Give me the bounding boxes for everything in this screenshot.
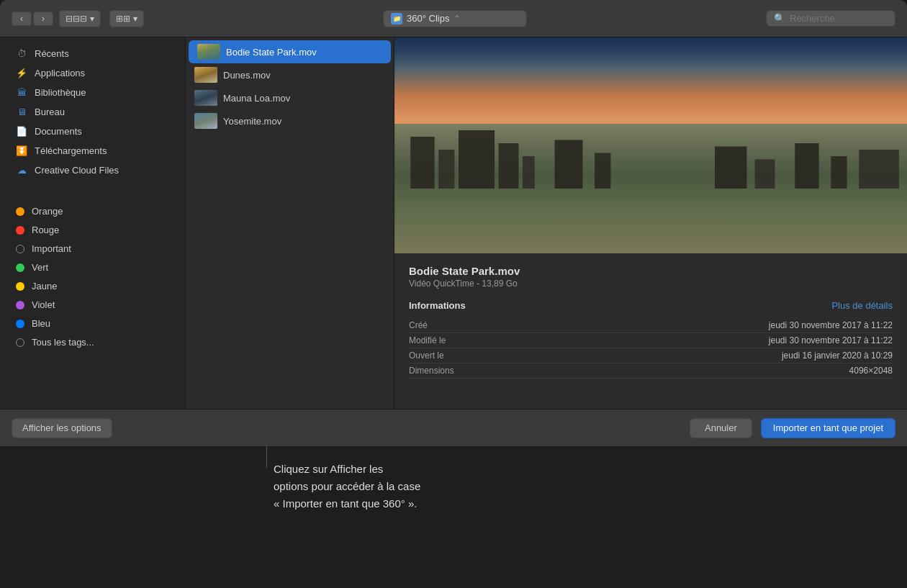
sidebar-item-creative-cloud[interactable]: ☁ Creative Cloud Files: [4, 160, 181, 179]
info-label: Ouvert le: [409, 350, 444, 361]
nav-buttons: ‹ ›: [12, 12, 53, 26]
info-row: Dimensions4096×2048: [409, 363, 893, 379]
search-icon: 🔍: [774, 13, 785, 24]
show-options-button[interactable]: Afficher les options: [12, 418, 112, 438]
tooltip-area: Cliquez sur Afficher les options pour ac…: [0, 446, 907, 588]
grid-icon: ⊞⊞: [116, 14, 130, 24]
preview-info: Bodie State Park.mov Vidéo QuickTime - 1…: [394, 253, 907, 409]
sidebar-item-violet[interactable]: Violet: [4, 296, 181, 314]
svg-rect-1: [438, 150, 454, 189]
sidebar-item-rouge[interactable]: Rouge: [4, 221, 181, 239]
svg-rect-0: [410, 137, 434, 189]
forward-button[interactable]: ›: [33, 12, 53, 26]
desktop-icon: 🖥: [16, 106, 27, 117]
svg-rect-8: [755, 160, 775, 189]
sidebar-item-label: Orange: [32, 206, 63, 217]
sidebar-item-label: Téléchargements: [35, 145, 107, 156]
back-button[interactable]: ‹: [12, 12, 32, 26]
file-thumb-maunaloa: [194, 90, 217, 106]
toolbar: ‹ › ⊟⊟⊟ ▾ ⊞⊞ ▾ 📁 360° Clips ⌃ 🔍: [0, 0, 907, 37]
vert-dot: [16, 263, 24, 272]
preview-panel: Bodie State Park.mov Vidéo QuickTime - 1…: [394, 37, 907, 409]
file-thumb-bodie: [197, 44, 220, 60]
svg-rect-9: [795, 143, 818, 189]
sidebar-item-label: Récents: [35, 48, 69, 59]
info-row: Crééjeudi 30 novembre 2017 à 11:22: [409, 318, 893, 333]
document-icon: 📄: [16, 125, 27, 137]
sidebar-item-vert[interactable]: Vert: [4, 258, 181, 276]
location-arrow: ⌃: [454, 14, 461, 24]
apps-icon: ⚡: [16, 67, 27, 78]
library-icon: 🏛: [16, 86, 27, 98]
info-row: Modifié lejeudi 30 novembre 2017 à 11:22: [409, 333, 893, 348]
sidebar-item-label: Important: [32, 243, 71, 254]
sky-layer: [394, 37, 907, 135]
sidebar-item-telechargements[interactable]: ⏬ Téléchargements: [4, 141, 181, 160]
tooltip-text: Cliquez sur Afficher les options pour ac…: [274, 461, 619, 512]
jaune-dot: [16, 282, 24, 291]
sidebar-item-orange[interactable]: Orange: [4, 202, 181, 220]
svg-rect-10: [831, 156, 847, 189]
preview-file-title: Bodie State Park.mov: [409, 265, 893, 277]
file-thumb-yosemite: [194, 113, 217, 129]
columns-dropdown-arrow: ▾: [90, 14, 94, 24]
sidebar-item-bleu[interactable]: Bleu: [4, 315, 181, 333]
file-name: Dunes.mov: [223, 70, 271, 81]
sidebar-item-bibliotheque[interactable]: 🏛 Bibliothèque: [4, 83, 181, 101]
sidebar-item-important[interactable]: Important: [4, 240, 181, 258]
file-list-panel: Bodie State Park.mov Dunes.mov Mauna Loa…: [186, 37, 394, 409]
info-row: Ouvert lejeudi 16 janvier 2020 à 10:29: [409, 348, 893, 363]
sidebar-item-label: Vert: [32, 262, 48, 273]
file-name: Bodie State Park.mov: [226, 47, 317, 58]
more-details-link[interactable]: Plus de détails: [831, 300, 893, 311]
svg-rect-4: [523, 156, 535, 189]
sidebar-item-bureau[interactable]: 🖥 Bureau: [4, 102, 181, 121]
sidebar-item-documents[interactable]: 📄 Documents: [4, 122, 181, 140]
search-bar[interactable]: 🔍: [766, 10, 895, 27]
file-item-maunaloa[interactable]: Mauna Loa.mov: [186, 86, 394, 109]
downloads-icon: ⏬: [16, 145, 27, 156]
file-name: Mauna Loa.mov: [223, 93, 290, 104]
tooltip-line: [266, 446, 267, 468]
import-button[interactable]: Importer en tant que projet: [761, 418, 895, 438]
sidebar-item-label: Bureau: [35, 107, 65, 117]
view-columns-button[interactable]: ⊟⊟⊟ ▾: [59, 10, 101, 27]
sidebar-item-label: Documents: [35, 126, 82, 137]
info-value: jeudi 30 novembre 2017 à 11:22: [769, 335, 893, 345]
svg-rect-6: [595, 153, 610, 189]
location-bar[interactable]: 📁 360° Clips ⌃: [383, 10, 527, 27]
info-value: jeudi 30 novembre 2017 à 11:22: [769, 320, 893, 330]
sidebar: ⏱ Récents ⚡ Applications 🏛 Bibliothèque …: [0, 37, 186, 409]
preview-file-subtitle: Vidéo QuickTime - 13,89 Go: [409, 279, 893, 289]
tous-tags-dot: [16, 338, 24, 347]
bottom-bar: Afficher les options Annuler Importer en…: [0, 409, 907, 446]
file-item-yosemite[interactable]: Yosemite.mov: [186, 109, 394, 132]
sidebar-item-label: Rouge: [32, 225, 59, 235]
preview-image: [394, 37, 907, 253]
sidebar-item-tous-tags[interactable]: Tous les tags...: [4, 333, 181, 351]
landscape-scene: [394, 37, 907, 253]
info-value: jeudi 16 janvier 2020 à 10:29: [782, 350, 893, 361]
info-label: Créé: [409, 320, 428, 330]
sidebar-item-recents[interactable]: ⏱ Récents: [4, 44, 181, 63]
view-grid-button[interactable]: ⊞⊞ ▾: [109, 10, 144, 27]
location-text: 360° Clips: [407, 13, 449, 24]
file-item-bodie[interactable]: Bodie State Park.mov: [189, 40, 391, 63]
clock-icon: ⏱: [16, 48, 27, 59]
columns-icon: ⊟⊟⊟: [66, 14, 87, 24]
sidebar-item-applications[interactable]: ⚡ Applications: [4, 63, 181, 82]
cancel-button[interactable]: Annuler: [690, 418, 752, 438]
folder-icon: 📁: [391, 13, 402, 24]
svg-rect-5: [555, 140, 583, 189]
sidebar-item-jaune[interactable]: Jaune: [4, 277, 181, 295]
file-item-dunes[interactable]: Dunes.mov: [186, 63, 394, 86]
grid-dropdown-arrow: ▾: [133, 14, 137, 24]
sidebar-item-label: Jaune: [32, 281, 57, 291]
file-thumb-dunes: [194, 67, 217, 83]
orange-dot: [16, 207, 24, 216]
sidebar-item-label: Tous les tags...: [32, 337, 94, 348]
info-section-title: Informations: [409, 300, 466, 311]
search-input[interactable]: [790, 13, 888, 24]
toolbar-center: 📁 360° Clips ⌃: [150, 10, 760, 27]
info-label: Dimensions: [409, 366, 454, 376]
